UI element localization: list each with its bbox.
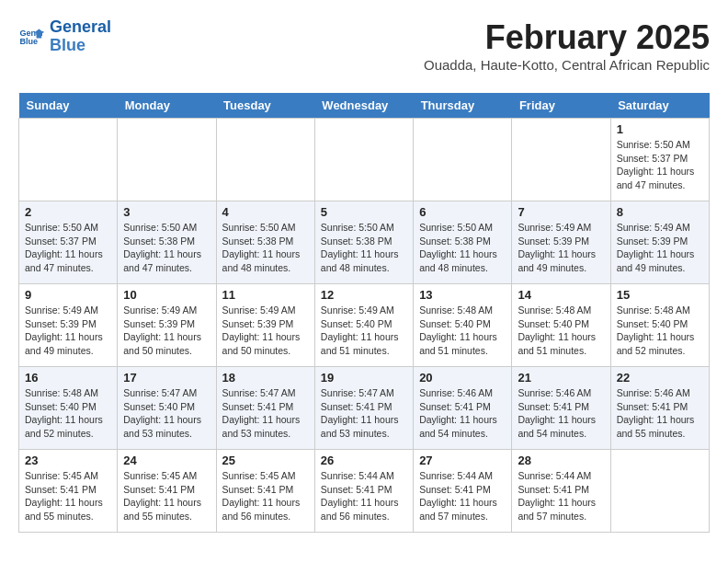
calendar-week-row: 2Sunrise: 5:50 AM Sunset: 5:37 PM Daylig… (19, 201, 710, 284)
calendar-cell: 21Sunrise: 5:46 AM Sunset: 5:41 PM Dayli… (512, 367, 610, 450)
calendar-week-row: 16Sunrise: 5:48 AM Sunset: 5:40 PM Dayli… (19, 367, 710, 450)
day-number: 28 (518, 454, 604, 467)
logo-text: General Blue (50, 18, 111, 55)
calendar-cell: 4Sunrise: 5:50 AM Sunset: 5:38 PM Daylig… (216, 201, 314, 284)
header-sunday: Sunday (19, 93, 118, 119)
calendar-cell: 26Sunrise: 5:44 AM Sunset: 5:41 PM Dayli… (314, 450, 413, 533)
day-number: 8 (617, 205, 703, 219)
day-number: 13 (419, 288, 506, 302)
calendar-cell (512, 119, 610, 201)
day-info: Sunrise: 5:47 AM Sunset: 5:40 PM Dayligh… (123, 386, 210, 441)
page-subtitle: Ouadda, Haute-Kotto, Central African Rep… (424, 57, 710, 73)
calendar-cell: 3Sunrise: 5:50 AM Sunset: 5:38 PM Daylig… (118, 201, 216, 284)
calendar-cell: 2Sunrise: 5:50 AM Sunset: 5:37 PM Daylig… (19, 201, 118, 284)
day-number: 21 (518, 371, 604, 385)
header-friday: Friday (512, 93, 610, 119)
calendar-cell: 1Sunrise: 5:50 AM Sunset: 5:37 PM Daylig… (610, 119, 709, 201)
day-number: 23 (25, 454, 111, 467)
day-info: Sunrise: 5:49 AM Sunset: 5:40 PM Dayligh… (321, 304, 407, 358)
day-info: Sunrise: 5:50 AM Sunset: 5:38 PM Dayligh… (321, 221, 407, 275)
day-info: Sunrise: 5:44 AM Sunset: 5:41 PM Dayligh… (419, 469, 506, 523)
calendar-cell: 8Sunrise: 5:49 AM Sunset: 5:39 PM Daylig… (610, 201, 709, 284)
header-thursday: Thursday (414, 93, 512, 119)
day-info: Sunrise: 5:50 AM Sunset: 5:38 PM Dayligh… (123, 221, 210, 275)
calendar-cell: 27Sunrise: 5:44 AM Sunset: 5:41 PM Dayli… (414, 450, 512, 533)
day-number: 27 (419, 454, 506, 467)
day-number: 22 (617, 371, 703, 385)
page-title: February 2025 (424, 18, 710, 57)
day-info: Sunrise: 5:49 AM Sunset: 5:39 PM Dayligh… (518, 221, 604, 275)
day-info: Sunrise: 5:49 AM Sunset: 5:39 PM Dayligh… (25, 304, 111, 358)
calendar-cell: 13Sunrise: 5:48 AM Sunset: 5:40 PM Dayli… (414, 284, 512, 367)
calendar-cell: 15Sunrise: 5:48 AM Sunset: 5:40 PM Dayli… (610, 284, 709, 367)
day-number: 4 (222, 205, 309, 219)
calendar-cell: 25Sunrise: 5:45 AM Sunset: 5:41 PM Dayli… (216, 450, 314, 533)
calendar-cell (216, 119, 314, 201)
calendar-cell (19, 119, 118, 201)
calendar-cell: 18Sunrise: 5:47 AM Sunset: 5:41 PM Dayli… (216, 367, 314, 450)
calendar-cell: 11Sunrise: 5:49 AM Sunset: 5:39 PM Dayli… (216, 284, 314, 367)
calendar-cell (414, 119, 512, 201)
day-info: Sunrise: 5:49 AM Sunset: 5:39 PM Dayligh… (123, 304, 210, 358)
day-number: 26 (321, 454, 407, 467)
day-info: Sunrise: 5:46 AM Sunset: 5:41 PM Dayligh… (518, 386, 604, 441)
header-monday: Monday (118, 93, 216, 119)
calendar-cell: 24Sunrise: 5:45 AM Sunset: 5:41 PM Dayli… (118, 450, 216, 533)
header-wednesday: Wednesday (314, 93, 413, 119)
day-info: Sunrise: 5:48 AM Sunset: 5:40 PM Dayligh… (419, 304, 506, 358)
day-info: Sunrise: 5:48 AM Sunset: 5:40 PM Dayligh… (617, 304, 703, 358)
day-info: Sunrise: 5:50 AM Sunset: 5:37 PM Dayligh… (25, 221, 111, 275)
calendar-cell (610, 450, 709, 533)
calendar-cell: 10Sunrise: 5:49 AM Sunset: 5:39 PM Dayli… (118, 284, 216, 367)
day-number: 16 (25, 371, 111, 385)
calendar-cell: 12Sunrise: 5:49 AM Sunset: 5:40 PM Dayli… (314, 284, 413, 367)
logo: General Blue General Blue (18, 18, 111, 55)
day-number: 5 (321, 205, 407, 219)
day-info: Sunrise: 5:45 AM Sunset: 5:41 PM Dayligh… (222, 469, 309, 523)
calendar-cell: 17Sunrise: 5:47 AM Sunset: 5:40 PM Dayli… (118, 367, 216, 450)
day-number: 15 (617, 288, 703, 302)
day-number: 19 (321, 371, 407, 385)
day-info: Sunrise: 5:48 AM Sunset: 5:40 PM Dayligh… (25, 386, 111, 441)
day-info: Sunrise: 5:45 AM Sunset: 5:41 PM Dayligh… (123, 469, 210, 523)
day-number: 10 (123, 288, 210, 302)
calendar-week-row: 23Sunrise: 5:45 AM Sunset: 5:41 PM Dayli… (19, 450, 710, 533)
calendar-cell: 14Sunrise: 5:48 AM Sunset: 5:40 PM Dayli… (512, 284, 610, 367)
day-number: 14 (518, 288, 604, 302)
day-number: 20 (419, 371, 506, 385)
day-info: Sunrise: 5:46 AM Sunset: 5:41 PM Dayligh… (419, 386, 506, 441)
calendar-cell: 23Sunrise: 5:45 AM Sunset: 5:41 PM Dayli… (19, 450, 118, 533)
calendar-cell: 22Sunrise: 5:46 AM Sunset: 5:41 PM Dayli… (610, 367, 709, 450)
calendar-table: SundayMondayTuesdayWednesdayThursdayFrid… (18, 93, 710, 533)
header-saturday: Saturday (610, 93, 709, 119)
calendar-cell: 16Sunrise: 5:48 AM Sunset: 5:40 PM Dayli… (19, 367, 118, 450)
day-number: 25 (222, 454, 309, 467)
calendar-cell: 28Sunrise: 5:44 AM Sunset: 5:41 PM Dayli… (512, 450, 610, 533)
calendar-cell (314, 119, 413, 201)
day-info: Sunrise: 5:47 AM Sunset: 5:41 PM Dayligh… (321, 386, 407, 441)
day-number: 17 (123, 371, 210, 385)
calendar-cell (118, 119, 216, 201)
day-number: 3 (123, 205, 210, 219)
calendar-cell: 7Sunrise: 5:49 AM Sunset: 5:39 PM Daylig… (512, 201, 610, 284)
day-info: Sunrise: 5:50 AM Sunset: 5:38 PM Dayligh… (419, 221, 506, 275)
day-info: Sunrise: 5:47 AM Sunset: 5:41 PM Dayligh… (222, 386, 309, 441)
calendar-cell: 9Sunrise: 5:49 AM Sunset: 5:39 PM Daylig… (19, 284, 118, 367)
day-info: Sunrise: 5:44 AM Sunset: 5:41 PM Dayligh… (321, 469, 407, 523)
day-number: 6 (419, 205, 506, 219)
day-number: 18 (222, 371, 309, 385)
day-number: 24 (123, 454, 210, 467)
title-section: February 2025 Ouadda, Haute-Kotto, Centr… (424, 18, 710, 82)
calendar-cell: 20Sunrise: 5:46 AM Sunset: 5:41 PM Dayli… (414, 367, 512, 450)
day-info: Sunrise: 5:44 AM Sunset: 5:41 PM Dayligh… (518, 469, 604, 523)
calendar-cell: 5Sunrise: 5:50 AM Sunset: 5:38 PM Daylig… (314, 201, 413, 284)
day-info: Sunrise: 5:50 AM Sunset: 5:38 PM Dayligh… (222, 221, 309, 275)
day-info: Sunrise: 5:45 AM Sunset: 5:41 PM Dayligh… (25, 469, 111, 523)
day-number: 9 (25, 288, 111, 302)
day-number: 7 (518, 205, 604, 219)
calendar-week-row: 9Sunrise: 5:49 AM Sunset: 5:39 PM Daylig… (19, 284, 710, 367)
day-info: Sunrise: 5:49 AM Sunset: 5:39 PM Dayligh… (617, 221, 703, 275)
day-info: Sunrise: 5:46 AM Sunset: 5:41 PM Dayligh… (617, 386, 703, 441)
day-info: Sunrise: 5:49 AM Sunset: 5:39 PM Dayligh… (222, 304, 309, 358)
day-number: 12 (321, 288, 407, 302)
